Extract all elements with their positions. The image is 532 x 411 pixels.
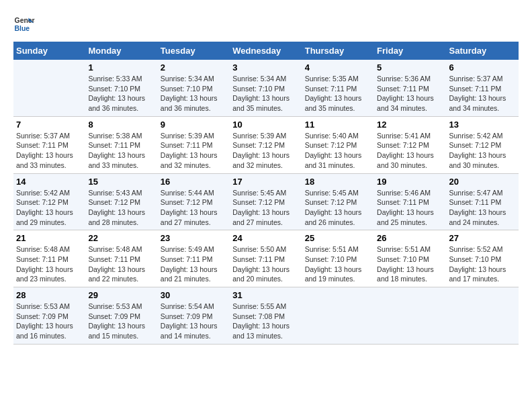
day-number: 3 <box>232 62 299 73</box>
day-info: Sunrise: 5:45 AMSunset: 7:12 PMDaylight:… <box>305 188 371 228</box>
calendar-cell: 7Sunrise: 5:37 AMSunset: 7:11 PMDaylight… <box>13 116 85 173</box>
day-number: 17 <box>232 177 299 187</box>
calendar-cell: 16Sunrise: 5:44 AMSunset: 7:12 PMDayligh… <box>158 173 230 230</box>
header-day: Monday <box>85 42 157 60</box>
day-info: Sunrise: 5:54 AMSunset: 7:09 PMDaylight:… <box>161 302 227 341</box>
calendar-cell: 10Sunrise: 5:39 AMSunset: 7:12 PMDayligh… <box>230 116 302 173</box>
calendar-cell: 14Sunrise: 5:42 AMSunset: 7:12 PMDayligh… <box>13 173 85 230</box>
calendar-cell: 17Sunrise: 5:45 AMSunset: 7:12 PMDayligh… <box>230 173 302 230</box>
calendar-cell: 6Sunrise: 5:37 AMSunset: 7:11 PMDaylight… <box>447 60 519 116</box>
day-number: 14 <box>16 177 83 187</box>
day-number: 22 <box>88 233 154 243</box>
day-info: Sunrise: 5:52 AMSunset: 7:10 PMDaylight:… <box>449 244 516 284</box>
day-number: 8 <box>88 120 154 130</box>
calendar-cell <box>447 287 519 345</box>
logo: General Blue <box>13 13 35 35</box>
day-number: 20 <box>449 177 516 187</box>
day-number: 4 <box>305 62 371 73</box>
day-info: Sunrise: 5:38 AMSunset: 7:11 PMDaylight:… <box>88 131 154 171</box>
day-info: Sunrise: 5:35 AMSunset: 7:11 PMDaylight:… <box>305 74 371 113</box>
calendar-cell: 30Sunrise: 5:54 AMSunset: 7:09 PMDayligh… <box>158 287 230 345</box>
calendar-cell: 21Sunrise: 5:48 AMSunset: 7:11 PMDayligh… <box>13 230 85 287</box>
day-number: 11 <box>305 120 371 130</box>
calendar-cell: 3Sunrise: 5:34 AMSunset: 7:10 PMDaylight… <box>230 60 302 116</box>
calendar-cell <box>374 287 446 345</box>
calendar-cell: 15Sunrise: 5:43 AMSunset: 7:12 PMDayligh… <box>85 173 157 230</box>
page-header: General Blue <box>13 13 519 35</box>
calendar-body: 1Sunrise: 5:33 AMSunset: 7:10 PMDaylight… <box>13 60 519 344</box>
calendar-cell: 12Sunrise: 5:41 AMSunset: 7:12 PMDayligh… <box>374 116 446 173</box>
calendar-week-row: 14Sunrise: 5:42 AMSunset: 7:12 PMDayligh… <box>13 173 519 230</box>
calendar-cell: 5Sunrise: 5:36 AMSunset: 7:11 PMDaylight… <box>374 60 446 116</box>
calendar-cell: 13Sunrise: 5:42 AMSunset: 7:12 PMDayligh… <box>447 116 519 173</box>
day-info: Sunrise: 5:50 AMSunset: 7:11 PMDaylight:… <box>232 244 299 284</box>
calendar-cell: 11Sunrise: 5:40 AMSunset: 7:12 PMDayligh… <box>302 116 374 173</box>
day-info: Sunrise: 5:36 AMSunset: 7:11 PMDaylight:… <box>377 74 443 113</box>
day-info: Sunrise: 5:48 AMSunset: 7:11 PMDaylight:… <box>16 244 83 284</box>
day-number: 25 <box>305 233 371 243</box>
svg-text:General: General <box>15 17 35 24</box>
day-number: 19 <box>377 177 443 187</box>
day-info: Sunrise: 5:43 AMSunset: 7:12 PMDaylight:… <box>88 188 154 228</box>
calendar-cell: 28Sunrise: 5:53 AMSunset: 7:09 PMDayligh… <box>13 287 85 345</box>
day-info: Sunrise: 5:39 AMSunset: 7:11 PMDaylight:… <box>161 131 227 171</box>
day-number: 26 <box>377 233 443 243</box>
day-number: 27 <box>449 233 516 243</box>
day-number: 10 <box>232 120 299 130</box>
day-info: Sunrise: 5:42 AMSunset: 7:12 PMDaylight:… <box>449 131 516 171</box>
day-info: Sunrise: 5:48 AMSunset: 7:11 PMDaylight:… <box>88 244 154 284</box>
calendar-cell: 4Sunrise: 5:35 AMSunset: 7:11 PMDaylight… <box>302 60 374 116</box>
day-info: Sunrise: 5:44 AMSunset: 7:12 PMDaylight:… <box>161 188 227 228</box>
day-info: Sunrise: 5:37 AMSunset: 7:11 PMDaylight:… <box>449 74 516 113</box>
day-info: Sunrise: 5:41 AMSunset: 7:12 PMDaylight:… <box>377 131 443 171</box>
calendar-cell: 19Sunrise: 5:46 AMSunset: 7:11 PMDayligh… <box>374 173 446 230</box>
calendar-cell: 2Sunrise: 5:34 AMSunset: 7:10 PMDaylight… <box>158 60 230 116</box>
calendar-table: SundayMondayTuesdayWednesdayThursdayFrid… <box>13 42 519 345</box>
day-number: 15 <box>88 177 154 187</box>
day-info: Sunrise: 5:46 AMSunset: 7:11 PMDaylight:… <box>377 188 443 228</box>
day-info: Sunrise: 5:47 AMSunset: 7:11 PMDaylight:… <box>449 188 516 228</box>
day-number: 21 <box>16 233 83 243</box>
day-number: 31 <box>232 290 299 300</box>
day-number: 29 <box>88 290 154 300</box>
day-info: Sunrise: 5:42 AMSunset: 7:12 PMDaylight:… <box>16 188 83 228</box>
day-info: Sunrise: 5:34 AMSunset: 7:10 PMDaylight:… <box>232 74 299 113</box>
day-info: Sunrise: 5:55 AMSunset: 7:08 PMDaylight:… <box>232 302 299 341</box>
calendar-cell: 1Sunrise: 5:33 AMSunset: 7:10 PMDaylight… <box>85 60 157 116</box>
calendar-cell: 8Sunrise: 5:38 AMSunset: 7:11 PMDaylight… <box>85 116 157 173</box>
calendar-header: SundayMondayTuesdayWednesdayThursdayFrid… <box>13 42 519 60</box>
svg-text:Blue: Blue <box>15 25 30 32</box>
day-info: Sunrise: 5:33 AMSunset: 7:10 PMDaylight:… <box>88 74 154 113</box>
day-info: Sunrise: 5:51 AMSunset: 7:10 PMDaylight:… <box>377 244 443 284</box>
day-info: Sunrise: 5:34 AMSunset: 7:10 PMDaylight:… <box>161 74 227 113</box>
day-info: Sunrise: 5:53 AMSunset: 7:09 PMDaylight:… <box>16 302 83 341</box>
day-number: 2 <box>161 62 227 73</box>
header-day: Tuesday <box>158 42 230 60</box>
day-number: 1 <box>88 62 154 73</box>
day-number: 28 <box>16 290 83 300</box>
calendar-cell: 18Sunrise: 5:45 AMSunset: 7:12 PMDayligh… <box>302 173 374 230</box>
header-row: SundayMondayTuesdayWednesdayThursdayFrid… <box>13 42 519 60</box>
header-day: Wednesday <box>230 42 302 60</box>
day-number: 23 <box>161 233 227 243</box>
calendar-cell: 26Sunrise: 5:51 AMSunset: 7:10 PMDayligh… <box>374 230 446 287</box>
day-number: 5 <box>377 62 443 73</box>
day-number: 13 <box>449 120 516 130</box>
day-info: Sunrise: 5:39 AMSunset: 7:12 PMDaylight:… <box>232 131 299 171</box>
day-info: Sunrise: 5:40 AMSunset: 7:12 PMDaylight:… <box>305 131 371 171</box>
calendar-week-row: 7Sunrise: 5:37 AMSunset: 7:11 PMDaylight… <box>13 116 519 173</box>
day-number: 16 <box>161 177 227 187</box>
day-info: Sunrise: 5:45 AMSunset: 7:12 PMDaylight:… <box>232 188 299 228</box>
calendar-cell <box>13 60 85 116</box>
calendar-cell: 23Sunrise: 5:49 AMSunset: 7:11 PMDayligh… <box>158 230 230 287</box>
day-number: 12 <box>377 120 443 130</box>
logo-icon: General Blue <box>13 13 35 35</box>
calendar-cell: 29Sunrise: 5:53 AMSunset: 7:09 PMDayligh… <box>85 287 157 345</box>
calendar-week-row: 28Sunrise: 5:53 AMSunset: 7:09 PMDayligh… <box>13 287 519 345</box>
header-day: Sunday <box>13 42 85 60</box>
calendar-cell: 20Sunrise: 5:47 AMSunset: 7:11 PMDayligh… <box>447 173 519 230</box>
calendar-cell: 27Sunrise: 5:52 AMSunset: 7:10 PMDayligh… <box>447 230 519 287</box>
header-day: Friday <box>374 42 446 60</box>
day-number: 7 <box>16 120 83 130</box>
day-info: Sunrise: 5:37 AMSunset: 7:11 PMDaylight:… <box>16 131 83 171</box>
